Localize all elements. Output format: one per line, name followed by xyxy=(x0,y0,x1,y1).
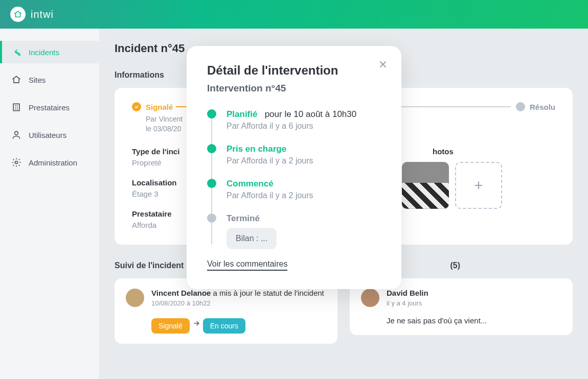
dot-icon xyxy=(207,179,216,188)
activity-actor: Vincent Delanoe xyxy=(151,289,211,297)
timeline-step-title: Pris en charge xyxy=(227,144,381,154)
timeline-step-title: Commencé xyxy=(227,179,381,189)
stepper-step-label: Signalé xyxy=(146,103,173,111)
svg-rect-0 xyxy=(13,104,19,110)
status-pill-from: Signalé xyxy=(151,318,190,334)
app-logo[interactable]: intwi xyxy=(10,7,54,22)
close-button[interactable] xyxy=(376,57,390,72)
sidebar-item-label: Sites xyxy=(29,76,46,84)
timeline-step-termine: Terminé Bilan : ... xyxy=(207,214,381,249)
intervention-detail-modal: Détail de l'intervention Intervention n°… xyxy=(187,46,401,289)
stepper-step-sub: Par Vincent le 03/08/20 xyxy=(146,114,183,134)
status-pill-to: En cours xyxy=(203,318,245,334)
stepper-step-resolu: Résolu xyxy=(516,102,555,111)
app-brand-text: intwi xyxy=(31,9,54,20)
sidebar-item-administration[interactable]: Administration xyxy=(0,151,99,174)
dot-icon xyxy=(207,109,216,119)
sidebar-item-label: Administration xyxy=(29,158,77,167)
add-photo-button[interactable]: + xyxy=(455,162,502,209)
info-label-photos: hotos xyxy=(433,147,555,156)
activity-text: Vincent Delanoe a mis à jour le statut d… xyxy=(151,289,326,297)
close-icon xyxy=(377,59,389,70)
stepper-sub-line1: Par Vincent xyxy=(146,114,183,124)
timeline-step-pris-en-charge: Pris en charge Par Afforda il y a 2 jour… xyxy=(207,144,381,165)
arrow-right-icon xyxy=(190,319,203,327)
sidebar-item-label: Prestataires xyxy=(29,103,70,112)
timeline-step-title: Terminé xyxy=(227,214,381,224)
sidebar-item-utilisateurs[interactable]: Utilisateurs xyxy=(0,124,99,146)
svg-point-2 xyxy=(15,161,18,164)
view-comments-link[interactable]: Voir les commentaires xyxy=(207,259,287,271)
stepper-sub-line2: le 03/08/20 xyxy=(146,124,183,134)
avatar xyxy=(361,289,379,307)
timeline-title-text: Planifié xyxy=(227,109,257,119)
stepper-step-signale: Signalé Par Vincent le 03/08/20 xyxy=(132,102,191,134)
timeline-step-planifie: Planifié pour le 10 août à 10h30 Par Aff… xyxy=(207,109,381,131)
timeline-step-sub: Par Afforda il y a 2 jours xyxy=(227,191,381,200)
timeline-title-extra: pour le 10 août à 10h30 xyxy=(265,109,357,119)
activity-action: a mis à jour le statut de l'incident xyxy=(211,289,324,297)
dot-icon xyxy=(207,214,216,223)
sidebar-item-incidents[interactable]: Incidents xyxy=(0,41,99,63)
user-icon xyxy=(11,130,21,140)
timeline-step-title: Planifié pour le 10 août à 10h30 xyxy=(227,109,381,120)
sidebar-item-label: Utilisateurs xyxy=(29,131,66,139)
wrench-icon xyxy=(11,47,21,57)
home-icon xyxy=(11,75,21,85)
bilan-input[interactable]: Bilan : ... xyxy=(227,228,277,249)
check-icon xyxy=(132,102,141,111)
comment-author-row: David Belin xyxy=(387,289,561,297)
avatar xyxy=(126,289,144,307)
dot-icon xyxy=(516,102,525,111)
logo-mark-icon xyxy=(10,7,26,22)
comment-body: Je ne sais pas d'où ça vient... xyxy=(387,316,561,325)
building-icon xyxy=(11,102,21,112)
sidebar-item-sites[interactable]: Sites xyxy=(0,68,99,91)
gear-icon xyxy=(11,157,21,168)
modal-title: Détail de l'intervention xyxy=(207,63,381,78)
timeline: Planifié pour le 10 août à 10h30 Par Aff… xyxy=(207,109,381,249)
plus-icon: + xyxy=(474,177,483,194)
svg-point-1 xyxy=(15,131,18,135)
sidebar: Incidents Sites Prestataires Utilisateur… xyxy=(0,29,99,379)
topbar: intwi xyxy=(0,0,588,29)
comment-time: il y a 4 jours xyxy=(387,299,561,307)
timeline-step-sub: Par Afforda il y a 6 jours xyxy=(227,122,381,131)
timeline-step-commence: Commencé Par Afforda il y a 2 jours xyxy=(207,179,381,200)
stepper-step-label: Résolu xyxy=(530,103,555,111)
activity-time: 10/08/2020 à 10h22 xyxy=(151,299,326,307)
dot-icon xyxy=(207,144,216,153)
modal-subtitle: Intervention n°45 xyxy=(207,83,381,94)
sidebar-item-label: Incidents xyxy=(29,48,59,57)
photo-thumbnail[interactable] xyxy=(402,162,449,209)
comment-author: David Belin xyxy=(387,289,428,297)
sidebar-item-prestataires[interactable]: Prestataires xyxy=(0,96,99,119)
timeline-step-sub: Par Afforda il y a 2 jours xyxy=(227,156,381,165)
